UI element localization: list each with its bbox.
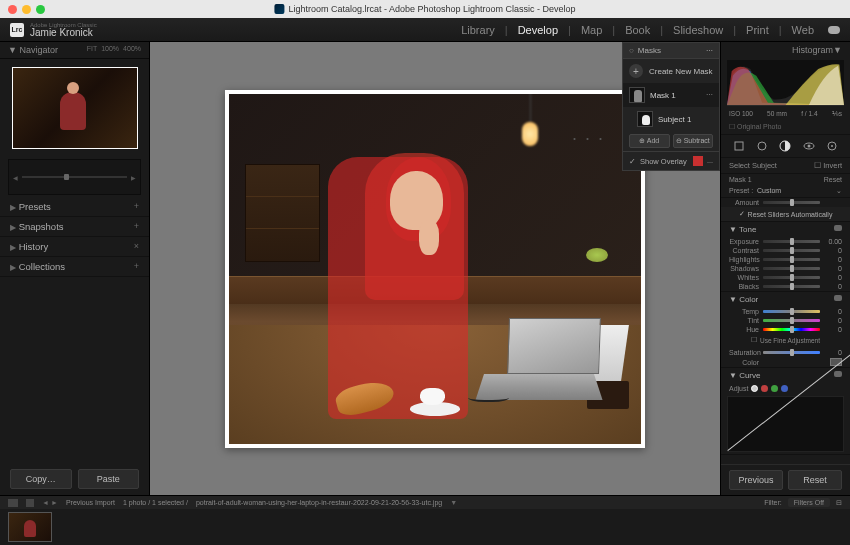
masking-tool-icon[interactable] [778,139,792,153]
temp-slider[interactable]: Temp0 [721,307,850,316]
window-title: Lightroom Catalog.lrcat - Adobe Photosho… [274,4,575,14]
svg-point-4 [807,145,810,148]
highlights-slider[interactable]: Highlights0 [721,255,850,264]
filter-lock-icon[interactable]: ⊟ [836,499,842,507]
loupe-view[interactable]: Masks⋯ + Create New Mask Mask 1 ⋯ Subjec… [150,42,720,495]
curve-switch-icon[interactable] [834,371,842,377]
histogram[interactable] [727,60,844,106]
mask1-label: Mask 1 [650,91,676,100]
navigator-zoom-slider[interactable]: ◀ ▶ [8,159,141,195]
previous-button[interactable]: Previous [729,470,783,490]
overlay-color-swatch[interactable] [693,156,703,166]
navigator-header[interactable]: ▼ Navigator FIT 100% 400% [0,42,149,59]
contrast-slider[interactable]: Contrast0 [721,246,850,255]
grid-view-icon[interactable] [26,499,34,507]
photo-frame [225,90,645,448]
module-print[interactable]: Print [746,24,769,36]
snapshots-panel-header[interactable]: ▶ Snapshots+ [0,217,149,237]
redeye-tool-icon[interactable] [802,139,816,153]
mask-component-subject1[interactable]: Subject 1 [623,107,719,131]
fine-adjustment-checkbox[interactable]: ☐ Use Fine Adjustment [721,334,850,348]
saturation-slider[interactable]: Saturation0 [721,348,850,357]
paste-button[interactable]: Paste [78,469,140,489]
navigator-thumbnail[interactable] [12,67,138,149]
module-map[interactable]: Map [581,24,602,36]
window-controls [8,5,45,14]
mask-item-mask1[interactable]: Mask 1 ⋯ [623,83,719,107]
masks-panel: Masks⋯ + Create New Mask Mask 1 ⋯ Subjec… [622,42,720,171]
shadows-slider[interactable]: Shadows0 [721,264,850,273]
presets-panel-header[interactable]: ▶ Presets+ [0,197,149,217]
close-window-button[interactable] [8,5,17,14]
curve-channel-blue[interactable] [781,385,788,392]
second-window-icon[interactable] [8,499,18,507]
nav-forward-icon[interactable]: ► [51,499,58,506]
module-library[interactable]: Library [461,24,495,36]
module-slideshow[interactable]: Slideshow [673,24,723,36]
hue-slider[interactable]: Hue0 [721,325,850,334]
collections-panel-header[interactable]: ▶ Collections+ [0,257,149,277]
color-header[interactable]: ▼ Color [721,292,850,307]
preset-menu-icon[interactable]: ⌄ [836,187,842,195]
blacks-slider[interactable]: Blacks0 [721,282,850,291]
filter-value[interactable]: Filters Off [788,498,830,507]
nav-back-icon[interactable]: ◄ [42,499,49,506]
curve-channel-green[interactable] [771,385,778,392]
overlay-menu-icon[interactable]: ⋯ [707,158,713,165]
filmstrip[interactable] [0,509,850,545]
color-section: ▼ Color Temp0 Tint0 Hue0 ☐ Use Fine Adju… [721,292,850,368]
plus-circle-icon: + [629,64,643,78]
curve-channel-all[interactable] [751,385,758,392]
create-new-mask-button[interactable]: + Create New Mask [623,59,719,83]
tool-strip [721,135,850,158]
module-book[interactable]: Book [625,24,650,36]
invert-toggle[interactable]: ☐ Invert [814,161,842,170]
heal-tool-icon[interactable] [755,139,769,153]
filter-label: Filter: [764,499,782,506]
curve-channel-red[interactable] [761,385,768,392]
masks-panel-header[interactable]: Masks⋯ [623,43,719,59]
module-picker: Library| Develop| Map| Book| Slideshow| … [461,24,840,36]
whites-slider[interactable]: Whites0 [721,273,850,282]
tint-slider[interactable]: Tint0 [721,316,850,325]
reset-button[interactable]: Reset [788,470,842,490]
reset-mask-button[interactable]: Reset [824,176,842,183]
mask-add-button[interactable]: ⊕ Add [629,134,670,148]
curve-section: ▼ Curve Adjust [721,368,850,455]
minimize-window-button[interactable] [22,5,31,14]
copy-button[interactable]: Copy… [10,469,72,489]
identity-plate[interactable]: Lrc Adobe Lightroom Classic Jamie Kronic… [10,22,97,38]
exposure-slider[interactable]: Exposure0.00 [721,237,850,246]
show-overlay-label: Show Overlay [640,157,687,166]
tone-switch-icon[interactable] [834,225,842,231]
color-switch-icon[interactable] [834,295,842,301]
nav-mode-fit[interactable]: FIT [87,45,98,55]
app-icon [274,4,284,14]
histogram-header[interactable]: Histogram ▼ [721,42,850,58]
maximize-window-button[interactable] [36,5,45,14]
tone-header[interactable]: ▼ Tone [721,222,850,237]
original-photo-label[interactable]: ☐ Original Photo [721,120,850,135]
curve-channel-picker: Adjust [721,383,850,394]
svg-point-1 [758,142,766,150]
amount-slider[interactable]: Amount [721,198,850,207]
tone-curve-editor[interactable] [727,396,844,452]
source-label[interactable]: Previous Import [66,499,115,506]
gradient-tool-icon[interactable] [825,139,839,153]
mask-subtract-button[interactable]: ⊖ Subtract [673,134,714,148]
cloud-sync-icon[interactable] [828,26,840,34]
nav-mode-100[interactable]: 100% [101,45,119,55]
reset-sliders-auto-checkbox[interactable]: ✓ Reset Sliders Automatically [721,207,850,222]
history-panel-header[interactable]: ▶ History× [0,237,149,257]
module-develop[interactable]: Develop [518,24,558,36]
workspace: ▼ Navigator FIT 100% 400% ◀ ▶ ▶ Presets+… [0,42,850,495]
show-overlay-toggle[interactable]: ✓Show Overlay ⋯ [623,151,719,170]
filename-label: potrait-of-adult-woman-using-her-laptop-… [196,499,442,506]
color-swatch-row[interactable]: Color [721,357,850,367]
eye-icon[interactable]: ⋯ [706,91,713,99]
history-label: History [19,241,49,252]
filmstrip-thumbnail[interactable] [8,512,52,542]
nav-mode-400[interactable]: 400% [123,45,141,55]
crop-tool-icon[interactable] [732,139,746,153]
module-web[interactable]: Web [792,24,814,36]
